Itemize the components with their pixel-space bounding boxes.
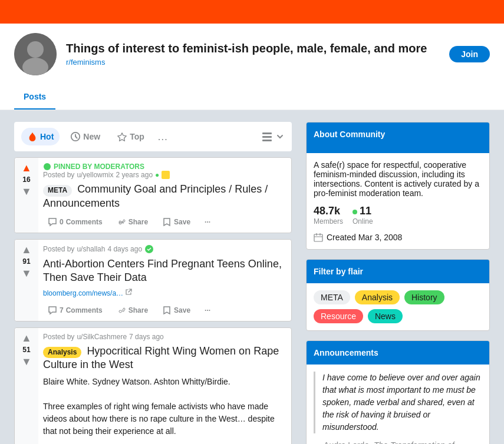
post-meta: Posted by u/yellowmix 2 years ago ●	[43, 171, 286, 179]
share-icon	[117, 217, 126, 227]
mod-badge	[162, 171, 170, 179]
sort-hot-button[interactable]: Hot	[21, 128, 60, 145]
quote-attribution: — Audre Lorde, The Transformation of Sil…	[314, 440, 482, 444]
post-content: Posted by u/SilkCashmere 7 days ago Anal…	[38, 328, 291, 444]
post-title[interactable]: Anti-Abortion Centers Find Pregnant Teen…	[43, 257, 286, 285]
svg-point-1	[27, 41, 44, 58]
svg-point-7	[44, 163, 51, 170]
flair-filter-history[interactable]: History	[404, 290, 444, 304]
comments-button[interactable]: 7 Comments	[43, 302, 107, 319]
share-button[interactable]: Share	[112, 214, 153, 230]
community-description: A safe(r) space for respectful, cooperat…	[314, 160, 482, 198]
online-stat: 11 Online	[353, 205, 373, 226]
downvote-button[interactable]: ▼	[21, 186, 32, 197]
flair-filter-resource[interactable]: Resource	[314, 309, 363, 323]
vote-column: ▲ 91 ▼	[15, 240, 38, 321]
post-content: Posted by u/shallah 4 days ago Anti-Abor…	[38, 240, 291, 321]
save-icon	[162, 217, 172, 227]
top-bar	[0, 0, 504, 24]
chevron-down-icon	[275, 132, 285, 141]
post-title[interactable]: Analysis Hypocritical Right Wing Women o…	[43, 344, 286, 372]
post-author[interactable]: u/shallah	[77, 245, 105, 253]
downvote-button[interactable]: ▼	[21, 356, 32, 367]
header-info: Things of interest to feminist-ish peopl…	[66, 42, 440, 67]
post-time: 4 days ago	[107, 245, 142, 253]
announcements-card: Announcements I have come to believe ove…	[306, 340, 490, 444]
save-button[interactable]: Save	[157, 302, 195, 319]
comments-button[interactable]: 0 Comments	[43, 214, 107, 230]
hot-icon	[27, 131, 38, 142]
downvote-button[interactable]: ▼	[21, 268, 32, 279]
sort-more-button[interactable]: …	[157, 131, 168, 143]
post-actions: 7 Comments Share Save ···	[43, 302, 286, 319]
upvote-button[interactable]: ▲	[21, 333, 32, 343]
new-icon	[70, 131, 81, 142]
vote-count: 91	[22, 257, 30, 266]
posts-column: Hot New Top … ▲ 16 ▼	[14, 122, 292, 444]
community-stats: 48.7k Members 11 Online	[314, 205, 482, 226]
top-icon	[117, 131, 127, 142]
pin-icon	[43, 163, 51, 171]
external-link-icon	[125, 289, 132, 296]
flair-filter-news[interactable]: News	[368, 309, 403, 323]
svg-rect-4	[262, 132, 272, 134]
layout-icon	[261, 131, 273, 143]
quote-block: I have come to believe over and over aga…	[314, 372, 482, 433]
vote-count: 51	[22, 346, 30, 354]
members-stat: 48.7k Members	[314, 205, 343, 226]
about-community-body: A safe(r) space for respectful, cooperat…	[307, 153, 489, 249]
tab-posts[interactable]: Posts	[14, 85, 55, 110]
comment-icon	[48, 306, 57, 315]
sidebar: About Community A safe(r) space for resp…	[306, 122, 490, 444]
post-card: ▲ 51 ▼ Posted by u/SilkCashmere 7 days a…	[14, 327, 292, 444]
join-button[interactable]: Join	[449, 46, 490, 62]
verified-icon	[144, 244, 154, 254]
online-label: Online	[353, 217, 373, 226]
announcements-header: Announcements	[307, 341, 489, 365]
members-label: Members	[314, 217, 343, 226]
created-info: Created Mar 3, 2008	[314, 233, 482, 242]
save-button[interactable]: Save	[157, 214, 195, 230]
post-time: 7 days ago	[129, 333, 164, 341]
avatar	[14, 33, 57, 75]
share-icon	[117, 306, 126, 315]
post-card: ▲ 16 ▼ PINNED BY MODERATORS Posted by u/…	[14, 157, 292, 233]
pinned-label: PINNED BY MODERATORS	[43, 163, 286, 171]
share-button[interactable]: Share	[112, 302, 153, 319]
members-count: 48.7k	[314, 205, 343, 217]
filter-card-body: META Analysis History Resource News	[307, 283, 489, 330]
upvote-button[interactable]: ▲	[21, 163, 32, 173]
sort-top-button[interactable]: Top	[111, 128, 150, 145]
post-content: PINNED BY MODERATORS Posted by u/yellowm…	[38, 158, 291, 233]
post-card: ▲ 91 ▼ Posted by u/shallah 4 days ago An…	[14, 239, 292, 322]
svg-rect-5	[262, 136, 272, 138]
external-link[interactable]: bloomberg.com/news/a…	[43, 289, 123, 297]
sort-new-button[interactable]: New	[64, 128, 106, 145]
more-button[interactable]: ···	[200, 214, 215, 230]
flair-filter-analysis[interactable]: Analysis	[355, 290, 400, 304]
subreddit-name[interactable]: r/feminisms	[66, 58, 440, 67]
online-dot	[353, 210, 357, 214]
calendar-icon	[314, 233, 323, 242]
post-body: Blaire White. Sydney Watson. Ashton Whit…	[43, 376, 286, 444]
post-meta: Posted by u/SilkCashmere 7 days ago	[43, 333, 286, 341]
flair-badge: META	[43, 185, 72, 197]
layout-toggle[interactable]	[261, 131, 285, 143]
post-title[interactable]: META Community Goal and Principles / Rul…	[43, 183, 286, 210]
more-button[interactable]: ···	[200, 303, 215, 318]
post-author[interactable]: u/SilkCashmere	[77, 333, 127, 341]
flair-filter-meta[interactable]: META	[314, 290, 350, 304]
post-author[interactable]: u/yellowmix	[77, 171, 113, 179]
upvote-button[interactable]: ▲	[21, 244, 32, 255]
filter-by-flair-card: Filter by flair META Analysis History Re…	[306, 259, 490, 331]
about-community-card: About Community A safe(r) space for resp…	[306, 122, 490, 250]
post-actions: 0 Comments Share Save ···	[43, 214, 286, 230]
post-meta: Posted by u/shallah 4 days ago	[43, 244, 286, 254]
vote-column: ▲ 16 ▼	[15, 158, 38, 233]
about-community-header: About Community	[307, 122, 489, 153]
svg-rect-6	[262, 140, 272, 141]
announcements-body: I have come to believe over and over aga…	[307, 365, 489, 444]
post-link: bloomberg.com/news/a…	[43, 289, 286, 297]
sort-bar: Hot New Top …	[14, 122, 292, 151]
post-time: 2 years ago	[116, 171, 153, 179]
